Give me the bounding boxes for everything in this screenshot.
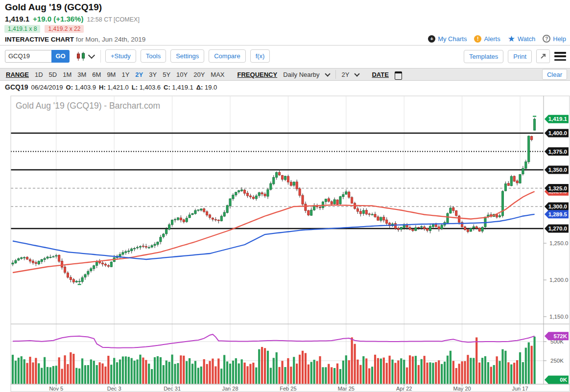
candle[interactable] — [15, 260, 17, 263]
candle[interactable] — [450, 208, 451, 213]
range-option-2y-selected[interactable]: 2Y — [135, 71, 143, 78]
candle[interactable] — [525, 162, 527, 169]
candle[interactable] — [246, 193, 248, 196]
candle[interactable] — [148, 248, 150, 248]
candle[interactable] — [261, 193, 263, 194]
range-option-1y[interactable]: 1Y — [121, 71, 129, 78]
candle[interactable] — [475, 227, 477, 228]
candle[interactable] — [229, 199, 231, 206]
settings-button[interactable]: Settings — [170, 49, 204, 63]
candle[interactable] — [55, 255, 57, 256]
candle[interactable] — [380, 217, 382, 220]
candle[interactable] — [481, 227, 483, 231]
candle[interactable] — [128, 251, 130, 252]
candle[interactable] — [284, 176, 286, 180]
candle[interactable] — [186, 218, 188, 222]
candle[interactable] — [18, 258, 20, 260]
candle[interactable] — [209, 215, 211, 218]
candle[interactable] — [70, 277, 71, 280]
candle[interactable] — [519, 174, 521, 183]
range-option-5d[interactable]: 5D — [49, 71, 57, 78]
candle[interactable] — [281, 175, 283, 179]
my-charts-link[interactable]: + My Charts — [428, 35, 467, 43]
chart-type-selector[interactable] — [76, 51, 94, 61]
candle[interactable] — [189, 215, 190, 218]
candle[interactable] — [290, 182, 292, 185]
candle[interactable] — [64, 267, 66, 272]
candle[interactable] — [516, 181, 518, 183]
range-option-10y[interactable]: 10Y — [176, 71, 188, 78]
candle[interactable] — [90, 269, 92, 271]
candle[interactable] — [47, 257, 48, 258]
candle[interactable] — [220, 216, 222, 221]
candle[interactable] — [504, 184, 506, 191]
fx-button[interactable]: f(x) — [250, 49, 270, 63]
calendar-icon[interactable] — [395, 71, 402, 80]
candle[interactable] — [302, 195, 304, 204]
range-option-max[interactable]: MAX — [211, 71, 224, 78]
candle[interactable] — [44, 258, 46, 259]
candle[interactable] — [397, 229, 399, 230]
candle[interactable] — [348, 192, 350, 197]
candle[interactable] — [331, 202, 332, 204]
candle[interactable] — [264, 194, 266, 196]
candle[interactable] — [203, 209, 205, 212]
candle[interactable] — [470, 229, 472, 231]
candle[interactable] — [110, 262, 112, 267]
candle[interactable] — [452, 208, 454, 210]
candle[interactable] — [21, 257, 23, 258]
candle[interactable] — [174, 219, 176, 220]
candle[interactable] — [400, 227, 402, 229]
price-chart-canvas[interactable]: Gold Aug '19 (GCQ19) - Barchart.com1,250… — [0, 95, 570, 392]
candle[interactable] — [200, 209, 202, 210]
candle[interactable] — [99, 262, 101, 263]
candle[interactable] — [513, 176, 515, 181]
candle[interactable] — [78, 281, 80, 282]
clear-button[interactable]: Clear — [542, 69, 567, 80]
candle[interactable] — [104, 264, 106, 265]
candle[interactable] — [534, 119, 536, 130]
candle[interactable] — [273, 177, 275, 184]
candle[interactable] — [267, 189, 269, 196]
candle[interactable] — [484, 217, 486, 227]
candle[interactable] — [356, 208, 358, 211]
candle[interactable] — [75, 281, 77, 282]
candle[interactable] — [214, 220, 216, 220]
candle[interactable] — [441, 225, 443, 229]
candle[interactable] — [87, 271, 89, 274]
candle[interactable] — [101, 263, 103, 264]
candle[interactable] — [339, 197, 341, 204]
candle[interactable] — [206, 212, 208, 215]
candle[interactable] — [374, 214, 376, 217]
range-option-1d[interactable]: 1D — [35, 71, 43, 78]
candle[interactable] — [191, 213, 193, 214]
candle[interactable] — [345, 192, 347, 194]
candle[interactable] — [299, 189, 301, 196]
frequency-select[interactable]: Daily Nearby — [283, 71, 319, 78]
candle[interactable] — [308, 210, 309, 215]
candle[interactable] — [394, 223, 396, 229]
range-option-9m[interactable]: 9M — [107, 71, 116, 78]
candle[interactable] — [107, 265, 109, 266]
candle[interactable] — [293, 182, 295, 185]
help-link[interactable]: ? Help — [543, 35, 566, 43]
candle[interactable] — [342, 194, 344, 196]
candle[interactable] — [24, 257, 25, 258]
candle[interactable] — [151, 246, 153, 247]
symbol-input[interactable] — [5, 50, 52, 63]
candle[interactable] — [359, 211, 361, 214]
candle[interactable] — [125, 252, 127, 253]
candle[interactable] — [163, 234, 165, 237]
candle[interactable] — [467, 230, 469, 231]
candle[interactable] — [386, 220, 388, 223]
candle[interactable] — [473, 227, 475, 228]
candle[interactable] — [383, 217, 385, 220]
candle[interactable] — [276, 172, 278, 177]
candle[interactable] — [435, 224, 437, 227]
candle[interactable] — [139, 246, 141, 247]
candle[interactable] — [501, 191, 503, 216]
candle[interactable] — [296, 182, 298, 189]
candle[interactable] — [194, 210, 196, 214]
expand-button[interactable] — [536, 49, 550, 63]
candle[interactable] — [310, 210, 312, 215]
